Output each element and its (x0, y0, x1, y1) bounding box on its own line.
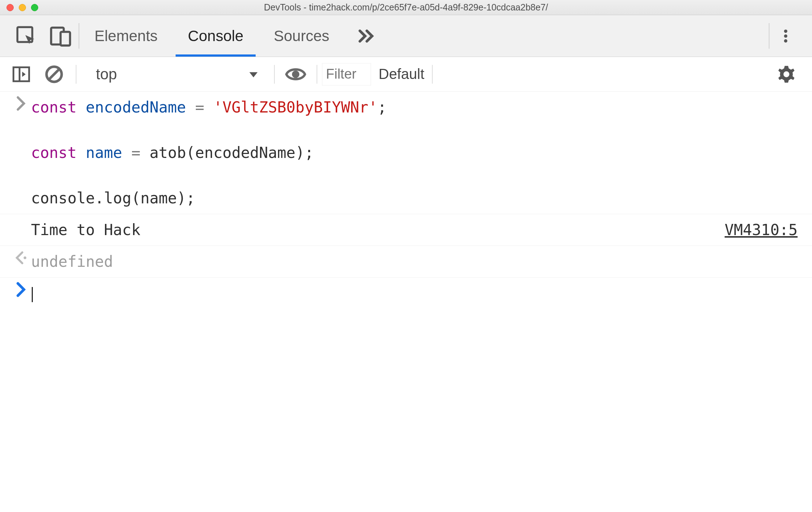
operator: = (131, 144, 140, 162)
log-gutter (11, 219, 31, 241)
string-literal: 'VGltZSB0byBIYWNr' (213, 98, 378, 116)
svg-point-5 (784, 39, 787, 42)
chevron-right-icon (16, 282, 26, 297)
clear-console-button[interactable] (37, 64, 71, 84)
svg-rect-6 (13, 67, 29, 81)
tab-elements[interactable]: Elements (79, 15, 173, 57)
inspect-element-button[interactable] (10, 15, 43, 57)
svg-point-10 (292, 70, 300, 78)
console-log-entry: Time to Hack VM4310:5 (0, 214, 812, 246)
console-prompt[interactable] (0, 278, 812, 309)
punct: . (95, 189, 104, 207)
identifier: name (140, 189, 177, 207)
svg-point-4 (784, 34, 787, 37)
punct: ) (177, 189, 186, 207)
devtools-tabstrip: Elements Console Sources (0, 15, 812, 57)
context-label: top (96, 66, 117, 83)
callee: atob (150, 144, 186, 162)
console-return-entry: undefined (0, 246, 812, 278)
punct: ; (305, 144, 314, 162)
punct: ; (186, 189, 195, 207)
kebab-icon (777, 28, 794, 44)
gear-icon (776, 64, 796, 84)
text-cursor (32, 287, 33, 302)
punct: ( (131, 189, 140, 207)
punct: ( (186, 144, 195, 162)
input-gutter-icon (11, 96, 31, 209)
tab-label: Sources (274, 27, 329, 45)
operator: = (195, 98, 204, 116)
dropdown-triangle-icon (247, 68, 260, 80)
return-value: undefined (31, 250, 798, 273)
punct: ) (295, 144, 304, 162)
svg-point-11 (784, 71, 789, 77)
execution-context-selector[interactable]: top (81, 66, 269, 83)
divider (432, 65, 433, 84)
log-level-selector[interactable]: Default (373, 66, 427, 82)
clear-icon (44, 64, 64, 84)
console-sidebar-toggle[interactable] (7, 64, 35, 85)
sidebar-toggle-icon (11, 64, 32, 85)
identifier: name (86, 144, 122, 162)
prompt-input[interactable] (31, 282, 798, 305)
overflow-tabs-button[interactable] (344, 15, 388, 57)
log-message: Time to Hack (31, 219, 725, 241)
inspect-icon (14, 24, 38, 48)
device-icon (48, 23, 73, 49)
tab-label: Console (188, 27, 243, 45)
divider (76, 65, 76, 84)
console-filter-input[interactable] (322, 63, 371, 85)
svg-line-9 (49, 69, 59, 79)
identifier: encodedName (195, 144, 295, 162)
punct: ; (378, 98, 387, 116)
chevrons-right-icon (356, 26, 376, 47)
divider (317, 65, 317, 84)
device-toolbar-button[interactable] (43, 15, 79, 57)
callee: log (104, 189, 131, 207)
object: console (31, 189, 95, 207)
devtools-menu-button[interactable] (769, 15, 802, 57)
console-input-code: const encodedName = 'VGltZSB0byBIYWNr'; … (31, 96, 798, 209)
svg-point-12 (24, 256, 27, 259)
console-body: const encodedName = 'VGltZSB0byBIYWNr'; … (0, 92, 812, 309)
return-arrow-icon (16, 250, 26, 265)
console-input-entry: const encodedName = 'VGltZSB0byBIYWNr'; … (0, 92, 812, 214)
console-toolbar: top Default (0, 57, 812, 92)
return-gutter-icon (11, 250, 31, 273)
window-titlebar: DevTools - time2hack.com/p/2ce65f7e-a05d… (0, 0, 812, 15)
log-level-label: Default (379, 66, 424, 82)
eye-icon (284, 63, 307, 85)
tab-console[interactable]: Console (173, 15, 259, 57)
prompt-gutter-icon (11, 282, 31, 305)
tab-sources[interactable]: Sources (259, 15, 344, 57)
tab-label: Elements (94, 27, 158, 45)
live-expression-button[interactable] (280, 63, 312, 85)
identifier: encodedName (86, 98, 186, 116)
log-source-link[interactable]: VM4310:5 (725, 219, 798, 241)
svg-rect-2 (61, 32, 70, 45)
divider (274, 65, 275, 84)
window-title: DevTools - time2hack.com/p/2ce65f7e-a05d… (0, 2, 812, 13)
keyword: const (31, 98, 76, 116)
chevron-right-icon (16, 96, 26, 111)
keyword: const (31, 144, 76, 162)
svg-point-3 (784, 29, 787, 32)
console-settings-button[interactable] (771, 64, 802, 84)
